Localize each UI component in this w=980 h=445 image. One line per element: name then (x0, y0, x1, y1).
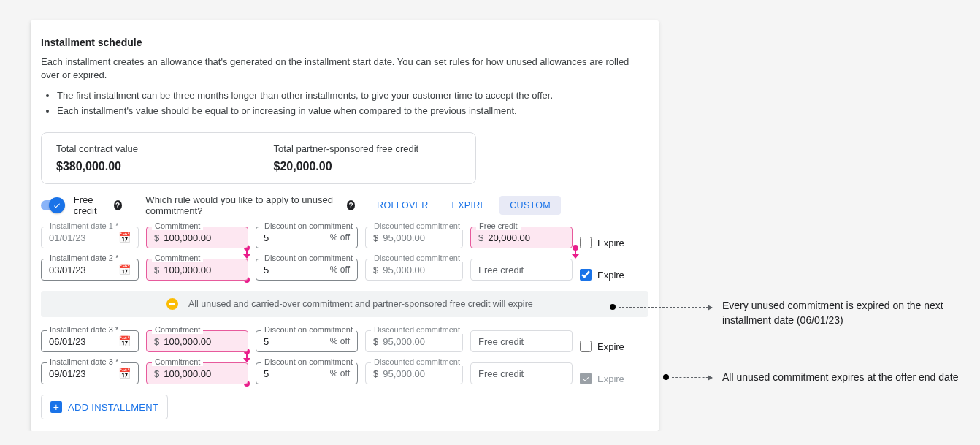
summary-box: Total contract value $380,000.00 Total p… (41, 132, 476, 184)
plus-icon: + (50, 401, 62, 413)
callout-text: Every unused commitment is expired on th… (722, 298, 971, 327)
free-credit-field[interactable]: Free credit Free credit (470, 259, 573, 281)
rule-question: Which rule would you like to apply to un… (145, 194, 355, 216)
help-icon[interactable]: ? (347, 200, 355, 210)
contract-value-label: Total contract value (56, 143, 244, 154)
page-description: Each installment creates an allowance th… (41, 56, 648, 82)
free-credit-field[interactable]: Free credit $20,000.00 (470, 227, 573, 248)
calendar-icon[interactable]: 📅 (118, 264, 131, 275)
installment-row: Installment date 3 * 09/01/23📅 Commitmen… (41, 362, 648, 384)
free-credit-label: Free credit ? (74, 194, 122, 216)
discount-field[interactable]: Discount on commitment 5% off (256, 227, 358, 248)
rules-list: The first installment can be three month… (41, 89, 648, 118)
installment-row: Installment date 2 * 03/01/23📅 Commitmen… (41, 259, 648, 281)
free-credit-toggle[interactable] (41, 200, 62, 210)
contract-value: $380,000.00 (56, 160, 244, 173)
discount-field[interactable]: Discount on commitment 5% off (256, 330, 358, 352)
commitment-field[interactable]: Commitment $100,000.00 (146, 330, 248, 352)
callout-text: All unused commitment expires at the off… (722, 370, 971, 384)
discounted-commitment-field: Discounted commitment $95,000.00 (365, 259, 463, 281)
expire-checkbox[interactable]: Expire (580, 237, 624, 248)
credit-value: $20,000.00 (274, 160, 462, 173)
callout-arrow (672, 377, 712, 378)
add-installment-button[interactable]: + ADD INSTALLMENT (41, 395, 168, 419)
check-icon (53, 201, 61, 210)
free-credit-field[interactable]: Free credit Free credit (470, 330, 573, 352)
discounted-commitment-field: Discounted commitment $95,000.00 (365, 362, 463, 384)
controls-row: Free credit ? Which rule would you like … (41, 194, 648, 216)
installment-row: Installment date 1 * 01/01/23📅 Commitmen… (41, 227, 648, 248)
installment-date-field[interactable]: Installment date 3 * 06/01/23📅 (41, 330, 139, 352)
discounted-commitment-field: Discounted commitment $95,000.00 (365, 330, 463, 352)
rule-item: The first installment can be three month… (57, 89, 648, 102)
rollover-button[interactable]: ROLLOVER (367, 196, 438, 215)
installment-row: Installment date 3 * 06/01/23📅 Commitmen… (41, 330, 648, 352)
expire-banner-text: All unused and carried-over commitment a… (188, 299, 533, 309)
expire-checkbox[interactable]: Expire (580, 341, 624, 352)
expire-checkbox[interactable]: Expire (580, 269, 624, 281)
warning-icon (166, 298, 178, 310)
commitment-field[interactable]: Commitment $100,000.00 (146, 362, 248, 384)
expire-checkbox: Expire (580, 373, 624, 384)
commitment-field[interactable]: Commitment $100,000.00 (146, 227, 248, 248)
calendar-icon[interactable]: 📅 (118, 232, 131, 243)
discount-field[interactable]: Discount on commitment 5% off (256, 259, 358, 281)
installment-date-field[interactable]: Installment date 2 * 03/01/23📅 (41, 259, 139, 281)
expire-banner: All unused and carried-over commitment a… (41, 291, 648, 317)
discount-field[interactable]: Discount on commitment 5% off (256, 362, 358, 384)
rule-item: Each installment's value should be equal… (57, 104, 648, 118)
help-icon[interactable]: ? (114, 200, 122, 210)
callout-dot (663, 374, 669, 380)
toggle-thumb (49, 197, 65, 213)
callout-dot (610, 304, 616, 310)
credit-value-label: Total partner-sponsored free credit (274, 143, 462, 154)
expire-button[interactable]: EXPIRE (442, 196, 497, 215)
installment-date-field[interactable]: Installment date 1 * 01/01/23📅 (41, 227, 139, 248)
custom-button[interactable]: CUSTOM (499, 196, 561, 215)
divider (134, 197, 134, 214)
page-title: Installment schedule (41, 37, 648, 48)
callout-arrow (619, 307, 712, 308)
discounted-commitment-field: Discounted commitment $95,000.00 (365, 227, 463, 248)
free-credit-field[interactable]: Free credit Free credit (470, 362, 573, 384)
installment-schedule-card: Installment schedule Each installment cr… (31, 20, 659, 431)
installment-date-field[interactable]: Installment date 3 * 09/01/23📅 (41, 362, 139, 384)
commitment-field[interactable]: Commitment $100,000.00 (146, 259, 248, 281)
calendar-icon[interactable]: 📅 (118, 368, 131, 379)
calendar-icon[interactable]: 📅 (118, 335, 131, 347)
